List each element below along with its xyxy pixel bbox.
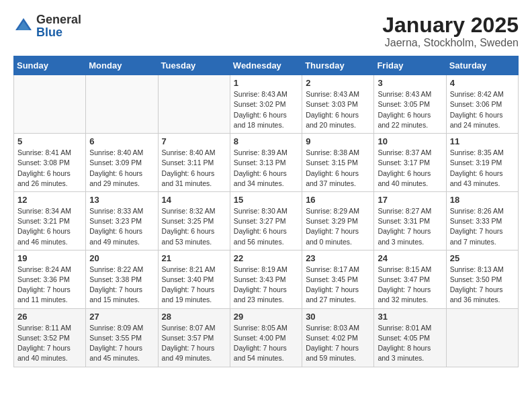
calendar-cell: 29Sunrise: 8:05 AM Sunset: 4:00 PM Dayli… [230,308,302,367]
day-info: Sunrise: 8:13 AM Sunset: 3:50 PM Dayligh… [450,265,515,306]
calendar-cell: 12Sunrise: 8:34 AM Sunset: 3:21 PM Dayli… [14,191,86,250]
day-info: Sunrise: 8:09 AM Sunset: 3:55 PM Dayligh… [89,323,154,364]
day-info: Sunrise: 8:30 AM Sunset: 3:27 PM Dayligh… [234,206,298,247]
day-info: Sunrise: 8:17 AM Sunset: 3:45 PM Dayligh… [306,265,370,306]
calendar-cell: 16Sunrise: 8:29 AM Sunset: 3:29 PM Dayli… [302,191,374,250]
day-number: 7 [162,136,226,146]
calendar-cell: 25Sunrise: 8:13 AM Sunset: 3:50 PM Dayli… [446,250,518,308]
title-area: January 2025 Jaerna, Stockholm, Sweden [382,13,519,49]
day-number: 13 [89,195,154,205]
day-info: Sunrise: 8:37 AM Sunset: 3:17 PM Dayligh… [378,148,442,189]
weekday-header-thursday: Thursday [302,56,374,75]
calendar-cell [446,308,518,367]
day-number: 21 [162,253,226,263]
calendar-cell: 18Sunrise: 8:26 AM Sunset: 3:33 PM Dayli… [446,191,518,250]
day-info: Sunrise: 8:40 AM Sunset: 3:09 PM Dayligh… [89,148,154,189]
day-number: 6 [89,136,154,146]
day-number: 30 [306,312,370,322]
day-number: 1 [234,78,298,88]
day-number: 23 [306,253,370,263]
calendar-title: January 2025 [382,13,519,37]
day-info: Sunrise: 8:43 AM Sunset: 3:03 PM Dayligh… [306,89,370,130]
day-number: 15 [234,195,298,205]
calendar-cell: 6Sunrise: 8:40 AM Sunset: 3:09 PM Daylig… [86,134,158,192]
calendar-cell: 21Sunrise: 8:21 AM Sunset: 3:40 PM Dayli… [158,250,230,308]
day-number: 31 [378,312,442,322]
calendar-cell: 19Sunrise: 8:24 AM Sunset: 3:36 PM Dayli… [14,250,86,308]
day-number: 18 [450,195,515,205]
day-info: Sunrise: 8:40 AM Sunset: 3:11 PM Dayligh… [162,148,226,189]
day-number: 4 [450,78,515,88]
calendar-table: SundayMondayTuesdayWednesdayThursdayFrid… [13,56,519,367]
day-number: 29 [234,312,298,322]
day-number: 27 [89,312,154,322]
day-number: 8 [234,136,298,146]
day-number: 22 [234,253,298,263]
day-info: Sunrise: 8:19 AM Sunset: 3:43 PM Dayligh… [234,265,298,306]
day-info: Sunrise: 8:05 AM Sunset: 4:00 PM Dayligh… [234,323,298,364]
day-number: 10 [378,136,442,146]
day-info: Sunrise: 8:11 AM Sunset: 3:52 PM Dayligh… [17,323,82,364]
day-info: Sunrise: 8:01 AM Sunset: 4:05 PM Dayligh… [378,323,442,364]
day-number: 2 [306,78,370,88]
day-number: 24 [378,253,442,263]
calendar-cell [86,75,158,134]
calendar-cell: 8Sunrise: 8:39 AM Sunset: 3:13 PM Daylig… [230,134,302,192]
day-info: Sunrise: 8:07 AM Sunset: 3:57 PM Dayligh… [162,323,226,364]
day-info: Sunrise: 8:33 AM Sunset: 3:23 PM Dayligh… [89,206,154,247]
calendar-cell: 7Sunrise: 8:40 AM Sunset: 3:11 PM Daylig… [158,134,230,192]
week-row-3: 12Sunrise: 8:34 AM Sunset: 3:21 PM Dayli… [14,191,519,250]
day-number: 28 [162,312,226,322]
day-number: 14 [162,195,226,205]
day-info: Sunrise: 8:42 AM Sunset: 3:06 PM Dayligh… [450,89,515,130]
day-number: 11 [450,136,515,146]
calendar-cell: 20Sunrise: 8:22 AM Sunset: 3:38 PM Dayli… [86,250,158,308]
calendar-cell: 24Sunrise: 8:15 AM Sunset: 3:47 PM Dayli… [374,250,446,308]
day-info: Sunrise: 8:22 AM Sunset: 3:38 PM Dayligh… [89,265,154,306]
day-info: Sunrise: 8:43 AM Sunset: 3:05 PM Dayligh… [378,89,442,130]
day-info: Sunrise: 8:03 AM Sunset: 4:02 PM Dayligh… [306,323,370,364]
logo: General Blue [13,13,81,39]
day-info: Sunrise: 8:38 AM Sunset: 3:15 PM Dayligh… [306,148,370,189]
day-info: Sunrise: 8:34 AM Sunset: 3:21 PM Dayligh… [17,206,82,247]
calendar-cell: 9Sunrise: 8:38 AM Sunset: 3:15 PM Daylig… [302,134,374,192]
day-number: 19 [17,253,82,263]
calendar-cell: 15Sunrise: 8:30 AM Sunset: 3:27 PM Dayli… [230,191,302,250]
calendar-cell: 31Sunrise: 8:01 AM Sunset: 4:05 PM Dayli… [374,308,446,367]
calendar-cell: 5Sunrise: 8:41 AM Sunset: 3:08 PM Daylig… [14,134,86,192]
weekday-header-row: SundayMondayTuesdayWednesdayThursdayFrid… [14,56,519,75]
calendar-cell: 17Sunrise: 8:27 AM Sunset: 3:31 PM Dayli… [374,191,446,250]
calendar-cell: 13Sunrise: 8:33 AM Sunset: 3:23 PM Dayli… [86,191,158,250]
header: General Blue January 2025 Jaerna, Stockh… [13,13,519,49]
week-row-2: 5Sunrise: 8:41 AM Sunset: 3:08 PM Daylig… [14,134,519,192]
calendar-cell: 28Sunrise: 8:07 AM Sunset: 3:57 PM Dayli… [158,308,230,367]
calendar-cell: 2Sunrise: 8:43 AM Sunset: 3:03 PM Daylig… [302,75,374,134]
calendar-cell [14,75,86,134]
calendar-cell: 14Sunrise: 8:32 AM Sunset: 3:25 PM Dayli… [158,191,230,250]
calendar-cell: 11Sunrise: 8:35 AM Sunset: 3:19 PM Dayli… [446,134,518,192]
day-info: Sunrise: 8:39 AM Sunset: 3:13 PM Dayligh… [234,148,298,189]
weekday-header-wednesday: Wednesday [230,56,302,75]
calendar-cell: 4Sunrise: 8:42 AM Sunset: 3:06 PM Daylig… [446,75,518,134]
weekday-header-monday: Monday [86,56,158,75]
day-info: Sunrise: 8:15 AM Sunset: 3:47 PM Dayligh… [378,265,442,306]
logo-icon [13,16,34,36]
day-number: 5 [17,136,82,146]
day-info: Sunrise: 8:43 AM Sunset: 3:02 PM Dayligh… [234,89,298,130]
day-number: 16 [306,195,370,205]
day-number: 9 [306,136,370,146]
day-info: Sunrise: 8:27 AM Sunset: 3:31 PM Dayligh… [378,206,442,247]
calendar-cell: 22Sunrise: 8:19 AM Sunset: 3:43 PM Dayli… [230,250,302,308]
weekday-header-sunday: Sunday [14,56,86,75]
calendar-subtitle: Jaerna, Stockholm, Sweden [382,37,519,49]
day-info: Sunrise: 8:21 AM Sunset: 3:40 PM Dayligh… [162,265,226,306]
day-number: 26 [17,312,82,322]
day-number: 12 [17,195,82,205]
calendar-cell [158,75,230,134]
day-number: 25 [450,253,515,263]
day-info: Sunrise: 8:29 AM Sunset: 3:29 PM Dayligh… [306,206,370,247]
week-row-5: 26Sunrise: 8:11 AM Sunset: 3:52 PM Dayli… [14,308,519,367]
calendar-cell: 1Sunrise: 8:43 AM Sunset: 3:02 PM Daylig… [230,75,302,134]
calendar-cell: 30Sunrise: 8:03 AM Sunset: 4:02 PM Dayli… [302,308,374,367]
weekday-header-saturday: Saturday [446,56,518,75]
